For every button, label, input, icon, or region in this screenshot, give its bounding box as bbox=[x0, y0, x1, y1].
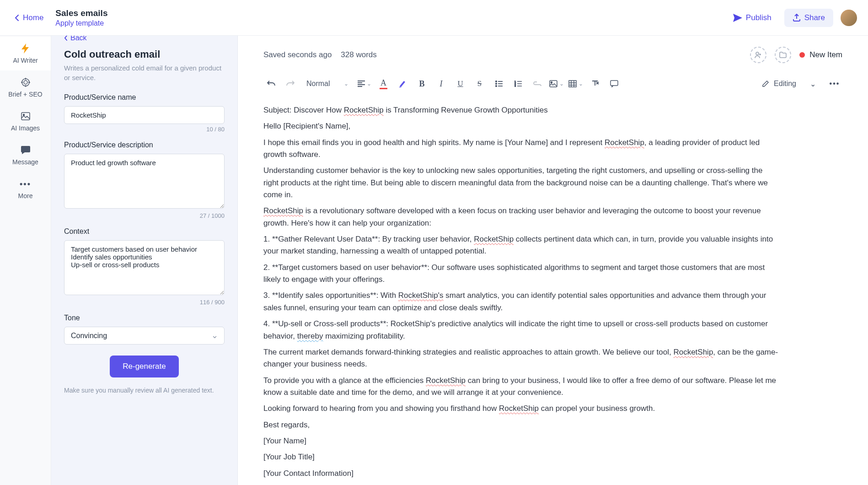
svg-point-10 bbox=[495, 83, 496, 84]
rail-label: Message bbox=[12, 158, 38, 166]
editing-mode-button[interactable]: Editing ⌄ bbox=[757, 77, 820, 91]
link-button[interactable] bbox=[530, 76, 545, 92]
svg-point-0 bbox=[22, 79, 29, 86]
product-name-label: Product/Service name bbox=[64, 93, 225, 102]
target-icon bbox=[20, 77, 31, 88]
document-body[interactable]: Subject: Discover How RocketShip is Tran… bbox=[238, 100, 805, 485]
send-icon bbox=[733, 14, 742, 22]
rail-item-ai-writer[interactable]: AI Writer bbox=[0, 37, 51, 70]
redo-button[interactable] bbox=[283, 76, 298, 92]
svg-rect-2 bbox=[21, 113, 30, 120]
rail-label: AI Images bbox=[11, 124, 40, 132]
context-input[interactable] bbox=[64, 240, 225, 295]
template-title: Cold outreach email bbox=[64, 48, 225, 60]
saved-status: Saved seconds ago bbox=[263, 50, 332, 59]
doc-meta: Sales emails Apply template bbox=[55, 8, 107, 27]
clear-format-button[interactable] bbox=[587, 76, 603, 92]
new-item-status[interactable]: New Item bbox=[799, 50, 842, 59]
table-button[interactable]: ⌄ bbox=[568, 76, 584, 92]
text-color-button[interactable]: A bbox=[376, 76, 391, 92]
rail-item-message[interactable]: Message bbox=[0, 138, 51, 172]
word-count: 328 words bbox=[341, 50, 376, 59]
product-desc-counter: 27 / 1000 bbox=[64, 212, 225, 219]
undo-button[interactable] bbox=[263, 76, 279, 92]
italic-button[interactable]: I bbox=[434, 76, 449, 92]
chevron-down-icon: ⌄ bbox=[810, 80, 816, 88]
highlight-button[interactable] bbox=[395, 76, 411, 92]
svg-text:3: 3 bbox=[514, 85, 516, 87]
product-desc-input[interactable] bbox=[64, 154, 225, 209]
paragraph-style-select[interactable]: Normal ⌄ bbox=[302, 76, 353, 92]
numbered-list-button[interactable]: 123 bbox=[510, 76, 526, 92]
top-header: Home Sales emails Apply template Publish… bbox=[0, 0, 868, 36]
new-item-label: New Item bbox=[809, 50, 842, 59]
template-description: Writes a personalized cold email for a g… bbox=[64, 63, 225, 82]
product-name-input[interactable] bbox=[64, 106, 225, 124]
svg-point-16 bbox=[551, 82, 552, 83]
rail-label: Brief + SEO bbox=[8, 91, 42, 98]
context-label: Context bbox=[64, 227, 225, 236]
product-name-counter: 10 / 80 bbox=[64, 126, 225, 133]
status-row: Saved seconds ago 328 words New Item bbox=[238, 36, 868, 71]
upload-icon bbox=[793, 14, 801, 22]
rail-item-brief-seo[interactable]: Brief + SEO bbox=[0, 70, 51, 104]
share-button[interactable]: Share bbox=[784, 9, 833, 27]
context-counter: 116 / 900 bbox=[64, 299, 225, 306]
image-icon bbox=[20, 111, 31, 122]
svg-rect-18 bbox=[611, 81, 618, 86]
review-note: Make sure you manually review all AI gen… bbox=[64, 386, 225, 395]
para-style-label: Normal bbox=[306, 80, 330, 88]
image-button[interactable]: ⌄ bbox=[549, 76, 564, 92]
add-folder-button[interactable] bbox=[775, 47, 791, 63]
svg-rect-15 bbox=[550, 81, 557, 87]
editor-main: Saved seconds ago 328 words New Item bbox=[238, 0, 868, 485]
publish-label: Publish bbox=[746, 13, 772, 22]
chevron-down-icon: ⌄ bbox=[344, 81, 348, 87]
left-rail: AI Writer Brief + SEO AI Images Message … bbox=[0, 0, 51, 485]
tone-label: Tone bbox=[64, 314, 225, 322]
chevron-down-icon: ⌄ bbox=[367, 81, 371, 87]
templates-panel: Templates ChatGPT Back Cold outreach ema… bbox=[51, 0, 238, 485]
publish-button[interactable]: Publish bbox=[728, 10, 777, 26]
svg-point-8 bbox=[756, 52, 759, 55]
comment-button[interactable] bbox=[606, 76, 622, 92]
home-label: Home bbox=[23, 13, 43, 22]
bold-button[interactable]: B bbox=[414, 76, 430, 92]
bullet-list-button[interactable] bbox=[491, 76, 507, 92]
chevron-left-icon bbox=[15, 14, 19, 22]
tone-select[interactable]: Convincing bbox=[64, 327, 225, 345]
doc-title: Sales emails bbox=[55, 8, 107, 18]
underline-button[interactable]: U bbox=[453, 76, 468, 92]
rail-item-more[interactable]: ••• More bbox=[0, 172, 51, 206]
rail-label: More bbox=[18, 192, 33, 199]
editing-label: Editing bbox=[774, 80, 796, 88]
chevron-down-icon: ⌄ bbox=[559, 81, 564, 87]
more-button[interactable]: ••• bbox=[827, 76, 842, 92]
align-button[interactable]: ⌄ bbox=[357, 76, 372, 92]
rail-item-ai-images[interactable]: AI Images bbox=[0, 104, 51, 138]
avatar[interactable] bbox=[841, 10, 857, 26]
dots-icon: ••• bbox=[20, 178, 31, 189]
strikethrough-button[interactable]: S bbox=[472, 76, 488, 92]
add-person-button[interactable] bbox=[750, 47, 766, 63]
editor-toolbar: Normal ⌄ ⌄ A B I U S bbox=[238, 71, 868, 100]
rail-label: AI Writer bbox=[13, 57, 38, 64]
bolt-icon bbox=[20, 43, 31, 54]
regenerate-button[interactable]: Re-generate bbox=[110, 356, 179, 377]
svg-rect-17 bbox=[569, 81, 576, 87]
home-button[interactable]: Home bbox=[8, 10, 50, 26]
svg-point-11 bbox=[495, 86, 496, 86]
chevron-down-icon: ⌄ bbox=[579, 81, 583, 87]
svg-point-1 bbox=[24, 81, 27, 84]
share-label: Share bbox=[804, 13, 825, 22]
chat-icon bbox=[20, 145, 31, 156]
svg-point-9 bbox=[495, 81, 496, 82]
apply-template-link[interactable]: Apply template bbox=[55, 19, 107, 27]
red-dot-icon bbox=[799, 52, 805, 58]
product-desc-label: Product/Service description bbox=[64, 141, 225, 149]
